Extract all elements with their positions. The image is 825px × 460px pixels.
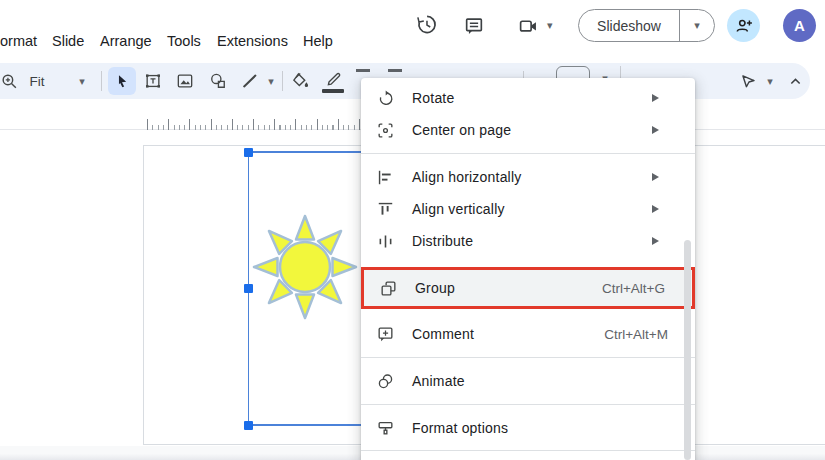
horizontal-ruler [147, 119, 361, 130]
sun-shape[interactable] [250, 212, 360, 322]
submenu-arrow-icon [652, 126, 659, 134]
share-button[interactable] [727, 9, 760, 42]
slideshow-button[interactable]: Slideshow ▾ [578, 9, 715, 42]
context-menu: Rotate Center on page Align [361, 78, 695, 460]
menu-item-distribute[interactable]: Distribute [361, 225, 695, 257]
menu-item-label: Rotate [412, 90, 652, 106]
menu-item-animate[interactable]: Animate [361, 365, 695, 397]
submenu-arrow-icon [652, 173, 659, 181]
menu-item-shortcut: Ctrl+Alt+G [602, 281, 665, 296]
menubar-item-tools[interactable]: Tools [167, 33, 201, 49]
google-slides-window: ormat Slide Arrange Tools Extensions Hel… [0, 0, 825, 460]
fill-color-tool[interactable] [289, 63, 313, 99]
group-icon [378, 278, 398, 298]
image-tool[interactable] [173, 63, 197, 99]
selection-handle-bottom-left[interactable] [244, 421, 253, 430]
menu-item-format-options[interactable]: Format options [361, 412, 695, 444]
comment-plus-icon [375, 324, 395, 344]
menu-item-label: Group [415, 280, 602, 296]
menu-scrollbar[interactable] [684, 240, 691, 460]
rotate-icon [375, 88, 395, 108]
distribute-icon [375, 231, 395, 251]
person-add-icon [734, 16, 754, 36]
menu-item-align-horizontally[interactable]: Align horizontally [361, 161, 695, 193]
zoom-level-label[interactable]: Fit [22, 63, 52, 99]
menubar-item-help[interactable]: Help [303, 33, 333, 49]
align-vertically-icon [375, 199, 395, 219]
select-tool[interactable] [108, 67, 136, 95]
menubar-item-slide[interactable]: Slide [52, 33, 84, 49]
spotlight-pointer-tool[interactable] [736, 63, 760, 99]
slideshow-label: Slideshow [579, 18, 679, 34]
menu-item-label: Comment [412, 326, 604, 342]
camera-caret-icon[interactable]: ▾ [547, 20, 553, 31]
version-history-icon[interactable] [415, 13, 438, 36]
border-dash-icon[interactable] [388, 69, 402, 72]
cursor-icon [114, 73, 131, 90]
menu-item-label: Distribute [412, 233, 652, 249]
slideshow-caret-icon[interactable]: ▾ [680, 20, 714, 31]
selection-handle-top-left[interactable] [244, 148, 253, 157]
toolbar-divider [101, 71, 102, 91]
center-on-page-icon [375, 120, 395, 140]
menu-item-align-vertically[interactable]: Align vertically [361, 193, 695, 225]
animate-icon [375, 371, 395, 391]
hide-menus-chevron-icon[interactable] [784, 63, 806, 99]
zoom-icon[interactable] [0, 63, 20, 99]
menubar-item-extensions[interactable]: Extensions [217, 33, 288, 49]
border-weight-icon[interactable] [356, 69, 370, 72]
menu-divider [361, 404, 695, 405]
menu-divider [361, 450, 695, 451]
menu-divider [361, 153, 695, 154]
submenu-arrow-icon [652, 94, 659, 102]
menubar-item-format[interactable]: ormat [0, 33, 37, 49]
menubar-item-arrange[interactable]: Arrange [100, 33, 152, 49]
submenu-arrow-icon [652, 237, 659, 245]
line-tool[interactable] [238, 63, 262, 99]
line-tool-caret-icon[interactable]: ▾ [263, 63, 279, 99]
meet-camera-icon[interactable] [518, 16, 539, 37]
align-horizontally-icon [375, 167, 395, 187]
comment-history-icon[interactable] [463, 15, 485, 37]
selection-edge-top [248, 151, 365, 153]
menu-item-center-on-page[interactable]: Center on page [361, 114, 695, 146]
menu-item-rotate[interactable]: Rotate [361, 82, 695, 114]
menu-item-label: Animate [412, 373, 681, 389]
pointer-caret-icon[interactable]: ▾ [762, 63, 778, 99]
submenu-arrow-icon [652, 205, 659, 213]
menu-divider [361, 357, 695, 358]
avatar[interactable]: A [783, 9, 816, 42]
textbox-tool[interactable] [141, 63, 165, 99]
menu-item-label: Align vertically [412, 201, 652, 217]
group-highlight-box: Group Ctrl+Alt+G [361, 267, 695, 309]
selection-edge-bottom [248, 424, 365, 426]
menu-item-comment[interactable]: Comment Ctrl+Alt+M [361, 318, 695, 350]
selection-handle-mid-left[interactable] [244, 284, 253, 293]
toolbar-divider [282, 71, 283, 91]
menu-item-label: Format options [412, 420, 681, 436]
menu-item-shortcut: Ctrl+Alt+M [604, 327, 668, 342]
menu-item-label: Align horizontally [412, 169, 652, 185]
shape-tool[interactable] [206, 63, 230, 99]
format-options-icon [375, 418, 395, 438]
menu-item-label: Center on page [412, 122, 652, 138]
menu-item-group[interactable]: Group Ctrl+Alt+G [364, 270, 692, 306]
avatar-letter: A [794, 17, 805, 34]
zoom-caret-icon[interactable]: ▾ [74, 63, 90, 99]
border-color-swatch [322, 89, 344, 93]
